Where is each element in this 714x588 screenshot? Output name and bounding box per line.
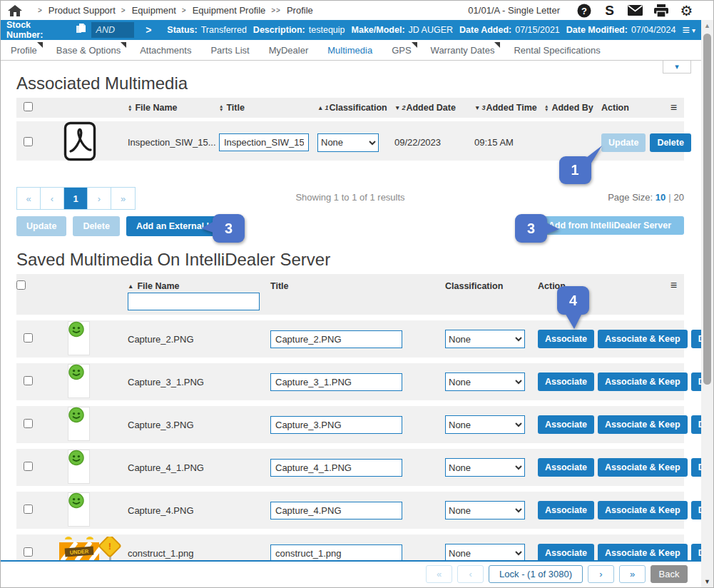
record-prev-button[interactable]: ‹ bbox=[457, 565, 484, 583]
tab-item[interactable]: Parts List bbox=[210, 45, 249, 56]
tab-item[interactable]: GPS bbox=[392, 45, 411, 56]
scrollbar-thumb[interactable] bbox=[703, 34, 711, 385]
add-from-intellidealer-server-button[interactable]: Add from IntelliDealer Server bbox=[536, 216, 684, 235]
title-input[interactable] bbox=[270, 544, 402, 562]
add-external-link-button[interactable]: Add an External Link bbox=[126, 216, 235, 236]
status-field-label: Make/Model: bbox=[352, 25, 405, 35]
file-thumbnail: UNDER! bbox=[48, 364, 128, 400]
expand-chevron-icon[interactable]: > bbox=[146, 24, 151, 36]
file-name-cell: construct_1.png bbox=[128, 548, 270, 559]
record-next-button[interactable]: › bbox=[588, 565, 614, 583]
associate-keep-button[interactable]: Associate & Keep bbox=[598, 372, 688, 391]
row-checkbox[interactable] bbox=[24, 505, 33, 514]
stock-number-input[interactable]: AND bbox=[91, 22, 135, 38]
delete-button[interactable]: Delete bbox=[73, 216, 120, 236]
tab-item[interactable]: Warranty Dates bbox=[431, 45, 495, 56]
svg-text:?: ? bbox=[581, 5, 587, 16]
associate-keep-button[interactable]: Associate & Keep bbox=[598, 330, 688, 348]
column-title[interactable]: Title bbox=[270, 275, 445, 291]
record-first-button[interactable]: « bbox=[426, 565, 452, 583]
title-input[interactable] bbox=[270, 416, 402, 434]
gear-icon[interactable]: ⚙ bbox=[679, 3, 694, 18]
classification-select[interactable]: None bbox=[445, 330, 525, 348]
status-field-label: Status: bbox=[167, 25, 197, 35]
row-checkbox[interactable] bbox=[24, 333, 33, 343]
sort-desc-icon: ▼ bbox=[474, 104, 480, 111]
breadcrumb-link[interactable]: Equipment bbox=[132, 5, 176, 16]
column-classification[interactable]: Classification bbox=[445, 275, 538, 291]
home-icon[interactable] bbox=[8, 5, 22, 16]
column-title[interactable]: ▲▼Title bbox=[219, 103, 317, 113]
print-icon[interactable] bbox=[653, 3, 668, 18]
classification-select[interactable]: None bbox=[317, 133, 379, 152]
row-checkbox[interactable] bbox=[24, 419, 33, 428]
page-size-20[interactable]: 20 bbox=[674, 192, 684, 203]
back-button[interactable]: Back bbox=[651, 565, 688, 583]
associate-button[interactable]: Associate bbox=[538, 372, 594, 391]
statusbar-menu-button[interactable]: ≡ ▾ bbox=[682, 24, 695, 36]
equipment-status-bar: Stock Number: AND > Status:Transferred D… bbox=[1, 20, 703, 40]
column-file-name[interactable]: ▲File Name bbox=[128, 275, 270, 291]
classification-select[interactable]: None bbox=[445, 458, 525, 477]
vertical-scrollbar[interactable]: ▲ ▼ bbox=[701, 20, 713, 588]
row-checkbox[interactable] bbox=[24, 137, 33, 146]
document-icon[interactable] bbox=[76, 24, 86, 36]
breadcrumb-link[interactable]: Equipment Profile bbox=[193, 5, 266, 16]
title-input[interactable] bbox=[219, 133, 309, 151]
breadcrumb-link[interactable]: Profile bbox=[287, 5, 313, 16]
row-checkbox[interactable] bbox=[24, 547, 33, 557]
scroll-up-icon[interactable]: ▲ bbox=[701, 22, 713, 29]
saved-multimedia-row: UNDER! Capture_4_1.PNG None Associate As… bbox=[16, 449, 684, 486]
associate-button[interactable]: Associate bbox=[538, 501, 594, 519]
s-app-icon[interactable]: S bbox=[602, 3, 617, 18]
row-checkbox[interactable] bbox=[24, 376, 33, 385]
tab-item[interactable]: Rental Specifications bbox=[514, 45, 600, 56]
title-input[interactable] bbox=[270, 502, 402, 519]
column-added-time[interactable]: ▼3Added Time bbox=[474, 103, 544, 113]
column-added-date[interactable]: ▼2Added Date bbox=[394, 103, 474, 113]
column-added-by[interactable]: ▲▼Added By bbox=[544, 103, 601, 113]
page-size-10[interactable]: 10 bbox=[656, 192, 665, 203]
row-checkbox[interactable] bbox=[24, 462, 33, 471]
table-menu-icon[interactable]: ≡ bbox=[670, 103, 677, 112]
classification-select[interactable]: None bbox=[445, 501, 525, 519]
status-field: Status:Transferred bbox=[167, 25, 247, 35]
associate-button[interactable]: Associate bbox=[538, 415, 594, 434]
breadcrumb-link[interactable]: Product Support bbox=[49, 5, 116, 16]
associate-button[interactable]: Associate bbox=[538, 458, 594, 477]
lock-record-button[interactable]: Lock - (1 of 3080) bbox=[489, 565, 583, 583]
associate-keep-button[interactable]: Associate & Keep bbox=[598, 415, 688, 434]
associated-pagination-row: « ‹ 1 › » Showing 1 to 1 of 1 results Pa… bbox=[16, 187, 684, 210]
record-last-button[interactable]: » bbox=[619, 565, 646, 583]
title-input[interactable] bbox=[270, 459, 402, 477]
associate-keep-button[interactable]: Associate & Keep bbox=[598, 458, 688, 477]
title-input[interactable] bbox=[270, 373, 402, 391]
update-row-button[interactable]: Update bbox=[601, 133, 646, 152]
title-input[interactable] bbox=[270, 330, 402, 348]
file-name-filter-input[interactable] bbox=[128, 293, 260, 310]
column-file-name[interactable]: ▲▼File Name bbox=[128, 103, 219, 113]
tab-item[interactable]: Attachments bbox=[140, 45, 191, 56]
classification-select[interactable]: None bbox=[445, 372, 525, 391]
associate-keep-button[interactable]: Associate & Keep bbox=[598, 501, 688, 519]
delete-row-button[interactable]: Delete bbox=[650, 133, 691, 152]
tab-strip: Profile Base & Options Attachments Parts… bbox=[1, 40, 703, 61]
scroll-down-icon[interactable]: ▼ bbox=[701, 578, 713, 585]
showing-results-text: Showing 1 to 1 of 1 results bbox=[16, 192, 684, 203]
tab-item[interactable]: Profile bbox=[11, 45, 37, 56]
sort-updown-icon: ▲▼ bbox=[219, 104, 223, 111]
tab-item[interactable]: Multimedia bbox=[327, 45, 372, 56]
tab-item[interactable]: Base & Options bbox=[56, 45, 121, 56]
associate-button[interactable]: Associate bbox=[538, 330, 594, 348]
svg-text:UNDER: UNDER bbox=[69, 548, 89, 556]
help-icon[interactable]: ? bbox=[576, 3, 591, 18]
status-field: Description:testequip bbox=[253, 25, 345, 35]
mail-icon[interactable] bbox=[628, 3, 643, 18]
classification-select[interactable]: None bbox=[445, 415, 525, 434]
column-classification[interactable]: ▲1Classification bbox=[317, 103, 394, 113]
tab-item[interactable]: MyDealer bbox=[269, 45, 309, 56]
update-button[interactable]: Update bbox=[16, 216, 66, 236]
table-menu-icon[interactable]: ≡ bbox=[670, 281, 677, 290]
select-all-checkbox[interactable] bbox=[16, 280, 26, 290]
select-all-checkbox[interactable] bbox=[24, 102, 33, 111]
